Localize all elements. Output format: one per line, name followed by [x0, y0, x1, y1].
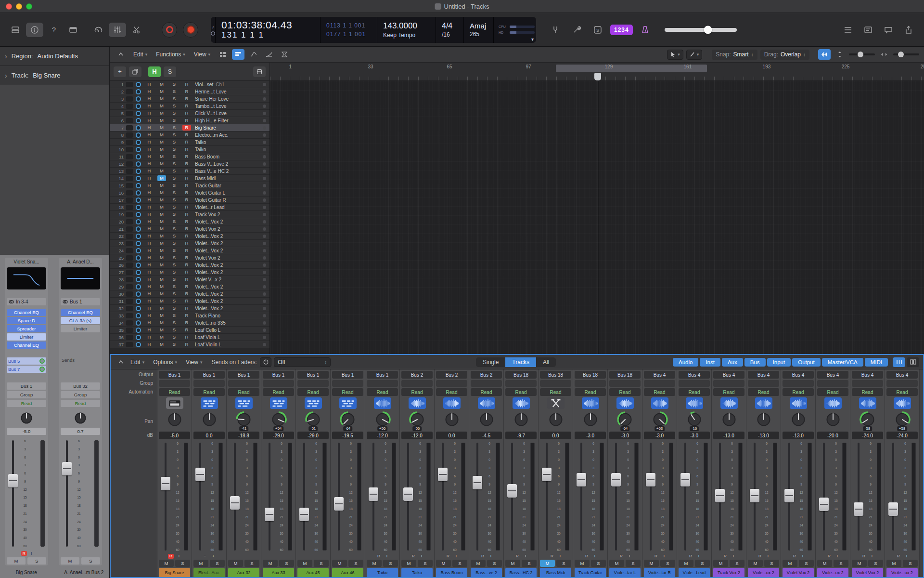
channel-fader[interactable]: 6303691215182124304060 — [7, 438, 46, 549]
strip-output-slot[interactable]: Bus 1 — [332, 371, 363, 379]
strip-name[interactable]: Viole...ox 2 — [748, 568, 779, 577]
mixer-channel-strip[interactable]: Bus 1 Read -41 -18.8 6303691215182124304… — [227, 369, 261, 577]
channel-fader[interactable]: 6303691215182124304060 — [333, 441, 363, 552]
track-solo-button[interactable]: S — [170, 327, 179, 333]
track-mute-button[interactable]: M — [157, 320, 166, 326]
pan-knob[interactable] — [7, 408, 46, 428]
track-mute-button[interactable]: M — [157, 168, 166, 174]
disclosure-icon[interactable]: › — [5, 53, 7, 60]
solo-button[interactable]: S — [27, 557, 46, 565]
mixer-channel-strip[interactable]: Bus 18 Read -64 -3.0 6303691215182124304… — [608, 369, 642, 577]
volume-readout[interactable]: -3.0 — [609, 432, 641, 439]
fader-handle[interactable] — [265, 508, 274, 521]
track-indicator-dot[interactable] — [263, 155, 266, 158]
track-on-button[interactable] — [136, 212, 141, 217]
track-solo-button[interactable]: S — [170, 255, 179, 261]
input-monitor-button[interactable]: I — [420, 554, 424, 559]
mixer-menu-item[interactable]: View▾ — [182, 357, 205, 367]
strip-automation-slot[interactable]: Read — [193, 388, 225, 396]
strip-group-slot[interactable] — [748, 380, 779, 387]
mute-button[interactable]: M — [748, 560, 763, 567]
volume-readout[interactable]: -3.0 — [575, 432, 606, 439]
strip-group-slot[interactable] — [367, 380, 398, 387]
track-mute-button[interactable]: M — [157, 103, 166, 109]
input-monitor-button[interactable]: I — [732, 554, 735, 559]
volume-readout[interactable]: -13.0 — [783, 432, 814, 439]
track-row[interactable]: 23 H M S R Violet...Vox 2 — [110, 240, 270, 247]
waveform-zoom-button[interactable] — [818, 49, 831, 60]
track-on-button[interactable] — [136, 342, 141, 347]
record-enable-button[interactable]: R — [722, 554, 728, 559]
track-indicator-dot[interactable] — [263, 184, 266, 187]
strip-name[interactable]: Bass Midi — [540, 568, 571, 577]
solo-button[interactable]: S — [799, 560, 814, 567]
mute-button[interactable]: M — [367, 560, 382, 567]
channel-fader[interactable]: 6303691215182124304060 — [714, 441, 744, 552]
solo-button[interactable]: S — [868, 560, 883, 567]
fader-handle[interactable] — [750, 489, 759, 502]
send-level-knob[interactable] — [39, 358, 45, 364]
track-hide-button[interactable]: H — [145, 313, 154, 318]
track-solo-button[interactable]: S — [170, 190, 179, 196]
mute-button[interactable]: M — [575, 560, 590, 567]
plugin-slot[interactable]: Space D — [7, 317, 46, 324]
strip-group-slot[interactable] — [401, 380, 433, 387]
track-record-button[interactable]: R — [182, 219, 191, 224]
mute-button[interactable]: M — [159, 560, 174, 567]
track-solo-button[interactable]: S — [170, 197, 179, 203]
track-record-button[interactable]: R — [182, 233, 191, 239]
mute-button[interactable]: M — [679, 560, 693, 567]
track-solo-button[interactable]: S — [170, 248, 179, 253]
track-row[interactable]: 32 H M S R Violet...Vox 2 — [110, 305, 270, 312]
track-solo-button[interactable]: S — [170, 175, 179, 181]
track-record-button[interactable]: R — [182, 269, 191, 275]
track-indicator-dot[interactable] — [263, 162, 266, 166]
volume-readout[interactable]: -9.7 — [505, 432, 537, 439]
volume-readout[interactable]: -24.0 — [886, 432, 918, 439]
channel-fader[interactable]: 6303691215182124304060 — [471, 441, 501, 552]
track-mute-button[interactable]: M — [157, 298, 166, 304]
track-row[interactable]: 7 H M S R Big Snare — [110, 124, 270, 131]
track-record-button[interactable]: R — [182, 139, 191, 145]
solo-button[interactable]: S — [522, 560, 537, 567]
snap-dropdown[interactable]: Snap: Smart ↕ — [712, 50, 757, 60]
master-volume-slider[interactable] — [665, 28, 737, 32]
channel-fader[interactable]: 6303691215182124304060 — [402, 441, 432, 552]
track-row[interactable]: 20 H M S R Violet...Vox 2 — [110, 218, 270, 225]
filter-master-vca[interactable]: Master/VCA — [822, 358, 863, 367]
quick-help-icon[interactable]: ? — [45, 23, 63, 37]
strip-name[interactable]: Elect...Acc. — [193, 568, 225, 577]
pan-knob[interactable] — [471, 410, 502, 432]
filter-input[interactable]: Input — [767, 358, 791, 367]
horizontal-zoom-icon[interactable] — [878, 49, 890, 60]
fader-handle[interactable] — [369, 487, 378, 501]
volume-readout[interactable]: -29.0 — [263, 432, 294, 439]
track-hide-button[interactable]: H — [145, 269, 154, 275]
strip-group-slot[interactable] — [575, 380, 606, 387]
mute-button[interactable]: M — [297, 560, 312, 567]
track-record-button[interactable]: R — [182, 255, 191, 261]
solo-button[interactable]: S — [81, 557, 100, 565]
track-hide-button[interactable]: H — [145, 146, 154, 152]
track-record-button[interactable]: R — [182, 110, 191, 116]
track-indicator-dot[interactable] — [263, 328, 266, 332]
track-hide-button[interactable]: H — [145, 334, 154, 340]
lcd-display[interactable]: ♪ 01:03:38:04.43 131 1 1 1 0113 1 1 001 … — [211, 17, 536, 43]
track-record-button[interactable]: R — [182, 327, 191, 333]
track-hide-button[interactable]: H — [145, 96, 154, 102]
channel-fader[interactable]: 6303691215182124304060 — [159, 441, 190, 552]
track-solo-button[interactable]: S — [170, 342, 179, 347]
close-button[interactable] — [6, 3, 12, 10]
track-hide-button[interactable]: H — [145, 183, 154, 188]
fader-handle[interactable] — [888, 502, 898, 516]
track-record-button[interactable]: R — [182, 125, 191, 131]
master-volume-knob[interactable] — [704, 26, 712, 34]
plugin-slot[interactable]: Channel EQ — [7, 342, 46, 349]
input-monitor-button[interactable]: I — [766, 554, 770, 559]
track-row[interactable]: 27 H M S R Violet...Vox 2 — [110, 269, 270, 276]
track-mute-button[interactable]: M — [157, 110, 166, 116]
track-hide-button[interactable]: H — [145, 320, 154, 326]
mixer-narrow-view-button[interactable] — [893, 357, 905, 367]
pan-knob[interactable] — [713, 410, 744, 432]
track-on-button[interactable] — [136, 234, 141, 239]
